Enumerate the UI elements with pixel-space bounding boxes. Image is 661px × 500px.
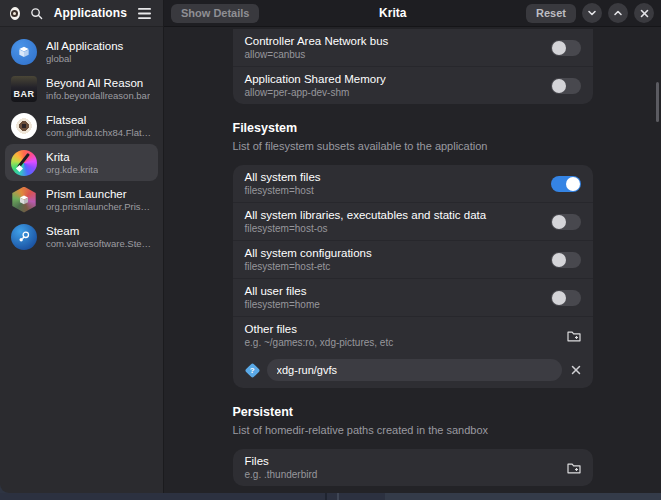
content-headerbar: Show Details Krita Reset xyxy=(164,0,661,27)
permission-subtitle: filesystem=home xyxy=(245,298,541,311)
add-folder-button[interactable] xyxy=(567,462,581,474)
show-details-button[interactable]: Show Details xyxy=(171,4,259,23)
permission-row-canbus: Controller Area Network bus allow=canbus xyxy=(233,29,593,67)
persistent-section-header: Persistent List of homedir-relative path… xyxy=(233,405,593,437)
permission-row-shared-memory: Application Shared Memory allow=per-app-… xyxy=(233,67,593,104)
filesystem-entry-row: ? xyxy=(233,354,593,388)
sidebar-title: Applications xyxy=(54,6,127,20)
filesystem-section-header: Filesystem List of filesystem subsets av… xyxy=(233,121,593,153)
app-name: Beyond All Reason xyxy=(46,76,150,90)
search-icon[interactable] xyxy=(26,2,48,24)
permission-row-home: All user files filesystem=home xyxy=(233,279,593,317)
sidebar: Applications All Applications global BAR… xyxy=(0,0,164,493)
permission-row-persistent-files: Files e.g. .thunderbird xyxy=(233,449,593,486)
krita-icon xyxy=(11,150,37,176)
permission-subtitle: filesystem=host-etc xyxy=(245,260,541,273)
section-subtitle: List of homedir-relative paths created i… xyxy=(233,423,593,437)
home-toggle[interactable] xyxy=(551,290,581,306)
sidebar-item-all-applications[interactable]: All Applications global xyxy=(5,33,158,70)
filesystem-path-input[interactable] xyxy=(267,359,562,381)
section-title: Persistent xyxy=(233,405,593,420)
permission-title: All user files xyxy=(245,284,541,298)
app-name: Prism Launcher xyxy=(46,187,152,201)
app-name: Krita xyxy=(46,150,98,164)
host-toggle[interactable] xyxy=(551,176,581,192)
folder-new-icon xyxy=(567,462,581,474)
permission-row-host-os: All system libraries, executables and st… xyxy=(233,203,593,241)
permission-subtitle: filesystem=host-os xyxy=(245,222,541,235)
permission-row-host: All system files filesystem=host xyxy=(233,165,593,203)
flatseal-logo-icon xyxy=(10,7,20,20)
close-icon xyxy=(571,365,581,375)
permission-title: Controller Area Network bus xyxy=(245,34,541,48)
sidebar-item-steam[interactable]: Steam com.valvesoftware.Steam xyxy=(5,218,158,255)
permission-title: All system files xyxy=(245,170,541,184)
remove-entry-button[interactable] xyxy=(571,365,581,375)
permission-row-host-etc: All system configurations filesystem=hos… xyxy=(233,241,593,279)
flatseal-icon xyxy=(11,113,37,139)
sidebar-headerbar: Applications xyxy=(0,0,163,27)
permission-subtitle: allow=per-app-dev-shm xyxy=(245,86,541,99)
applications-list: All Applications global BAR Beyond All R… xyxy=(0,27,163,261)
persistent-permissions-card: Files e.g. .thunderbird xyxy=(233,449,593,486)
device-permissions-card: Controller Area Network bus allow=canbus… xyxy=(233,29,593,104)
window-title: Krita xyxy=(265,6,520,20)
content-pane: Show Details Krita Reset xyxy=(164,0,661,493)
permission-title: All system libraries, executables and st… xyxy=(245,208,541,222)
filesystem-mode-icon: ? xyxy=(244,362,260,378)
app-id: info.beyondallreason.bar xyxy=(46,90,150,102)
scrollbar[interactable] xyxy=(656,82,659,122)
permission-subtitle: filesystem=host xyxy=(245,184,541,197)
sidebar-item-prism-launcher[interactable]: Prism Launcher org.prismlauncher.PrismLa… xyxy=(5,181,158,218)
permission-title: Application Shared Memory xyxy=(245,72,541,86)
folder-new-icon xyxy=(567,330,581,342)
app-id: com.github.tchx84.Flatseal xyxy=(46,127,152,139)
menu-icon[interactable] xyxy=(133,2,155,24)
app-name: Steam xyxy=(46,224,152,238)
app-id: com.valvesoftware.Steam xyxy=(46,238,152,250)
app-id: global xyxy=(46,53,123,65)
steam-icon xyxy=(11,224,37,250)
shared-memory-toggle[interactable] xyxy=(551,78,581,94)
reset-button[interactable]: Reset xyxy=(526,4,576,23)
beyond-all-reason-icon: BAR xyxy=(11,76,37,102)
app-name: All Applications xyxy=(46,39,123,53)
canbus-toggle[interactable] xyxy=(551,40,581,56)
add-folder-button[interactable] xyxy=(567,330,581,342)
filesystem-permissions-card: All system files filesystem=host All sys… xyxy=(233,165,593,388)
permission-row-other-files: Other files e.g. ~/games:ro, xdg-picture… xyxy=(233,317,593,354)
permissions-scroll-area[interactable]: Controller Area Network bus allow=canbus… xyxy=(164,27,661,493)
desktop-background-strip xyxy=(0,493,661,500)
permission-title: Files xyxy=(245,454,557,468)
section-subtitle: List of filesystem subsets available to … xyxy=(233,139,593,153)
close-button[interactable] xyxy=(634,3,654,23)
all-applications-icon xyxy=(11,39,37,65)
section-title: Filesystem xyxy=(233,121,593,136)
permission-subtitle: allow=canbus xyxy=(245,48,541,61)
host-etc-toggle[interactable] xyxy=(551,252,581,268)
permission-subtitle: e.g. ~/games:ro, xdg-pictures, etc xyxy=(245,336,557,349)
permission-title: All system configurations xyxy=(245,246,541,260)
host-os-toggle[interactable] xyxy=(551,214,581,230)
permission-subtitle: e.g. .thunderbird xyxy=(245,468,557,481)
previous-app-button[interactable] xyxy=(608,3,628,23)
sidebar-item-krita[interactable]: Krita org.kde.krita xyxy=(5,144,158,181)
prism-launcher-icon xyxy=(11,187,37,213)
next-app-button[interactable] xyxy=(582,3,602,23)
sidebar-item-flatseal[interactable]: Flatseal com.github.tchx84.Flatseal xyxy=(5,107,158,144)
app-name: Flatseal xyxy=(46,113,152,127)
permission-title: Other files xyxy=(245,322,557,336)
sidebar-item-beyond-all-reason[interactable]: BAR Beyond All Reason info.beyondallreas… xyxy=(5,70,158,107)
flatseal-window: Applications All Applications global BAR… xyxy=(0,0,661,493)
app-id: org.prismlauncher.PrismLau... xyxy=(46,201,152,213)
app-id: org.kde.krita xyxy=(46,164,98,176)
